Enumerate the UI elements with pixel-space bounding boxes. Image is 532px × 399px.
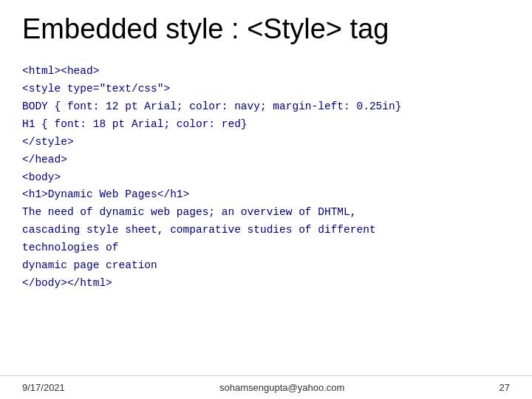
code-line-4: H1 { font: 18 pt Arial; color: red} xyxy=(22,116,510,134)
footer-email: sohamsengupta@yahoo.com xyxy=(219,382,344,393)
code-line-6: </head> xyxy=(22,151,510,169)
code-line-2: <style type="text/css"> xyxy=(22,81,510,98)
code-line-12: technologies of xyxy=(22,239,510,257)
footer-page: 27 xyxy=(499,382,510,393)
footer-date: 9/17/2021 xyxy=(22,382,65,393)
code-line-3: BODY { font: 12 pt Arial; color: navy; m… xyxy=(22,98,510,116)
code-line-5: </style> xyxy=(22,134,510,151)
slide-title: Embedded style : <Style> tag xyxy=(0,0,532,55)
code-line-7: <body> xyxy=(22,169,510,187)
code-line-16: </body></html> xyxy=(22,275,510,293)
code-line-11: cascading style sheet, comparative studi… xyxy=(22,222,510,239)
slide-footer: 9/17/2021 sohamsengupta@yahoo.com 27 xyxy=(0,375,532,399)
slide-content: <html><head> <style type="text/css"> BOD… xyxy=(0,55,532,375)
slide: Embedded style : <Style> tag <html><head… xyxy=(0,0,532,399)
code-line-1: <html><head> xyxy=(22,63,510,81)
code-line-14: dynamic page creation xyxy=(22,257,510,275)
code-line-8: <h1>Dynamic Web Pages</h1> xyxy=(22,186,510,204)
code-line-9: The need of dynamic web pages; an overvi… xyxy=(22,204,510,222)
